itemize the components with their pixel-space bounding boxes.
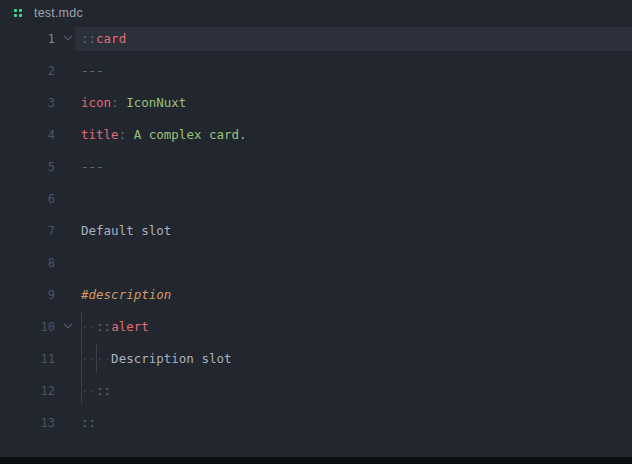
chevron-slot (55, 407, 81, 439)
code-lines: 1::card2---3icon: IconNuxt4title: A comp… (0, 23, 632, 439)
chevron-down-icon (64, 320, 72, 328)
whitespace-dots: ·· (81, 383, 96, 398)
code-line[interactable]: 6 (0, 183, 632, 215)
fold-chevron[interactable] (55, 23, 81, 55)
chevron-slot (55, 215, 81, 247)
line-number[interactable]: 13 (0, 407, 55, 439)
chevron-slot (55, 343, 81, 375)
chevron-slot (55, 375, 81, 407)
line-number[interactable]: 2 (0, 55, 55, 87)
code-line[interactable]: 4title: A complex card. (0, 119, 632, 151)
chevron-slot (55, 183, 81, 215)
code-line[interactable]: 8 (0, 247, 632, 279)
line-number[interactable]: 6 (0, 183, 55, 215)
chevron-slot (55, 247, 81, 279)
line-number[interactable]: 12 (0, 375, 55, 407)
code-token: #description (81, 287, 171, 302)
line-number[interactable]: 1 (0, 23, 55, 55)
line-content[interactable]: :: (81, 407, 632, 439)
line-content[interactable]: --- (81, 55, 632, 87)
chevron-slot (55, 279, 81, 311)
chevron-slot (55, 151, 81, 183)
bottom-bar (0, 457, 632, 464)
code-token: :: (81, 31, 96, 46)
code-line[interactable]: 12··:: (0, 375, 632, 407)
chevron-slot (55, 87, 81, 119)
code-line[interactable]: 10··::alert (0, 311, 632, 343)
line-content[interactable]: Default slot (81, 215, 632, 247)
code-token: card (96, 31, 126, 46)
line-number[interactable]: 9 (0, 279, 55, 311)
tab-filename: test.mdc (34, 6, 83, 20)
code-line[interactable]: 5--- (0, 151, 632, 183)
line-content[interactable] (81, 183, 632, 215)
line-number[interactable]: 7 (0, 215, 55, 247)
indent-guide (81, 312, 82, 404)
code-token: --- (81, 159, 104, 174)
code-line[interactable]: 9#description (0, 279, 632, 311)
code-line[interactable]: 7Default slot (0, 215, 632, 247)
line-number[interactable]: 11 (0, 343, 55, 375)
chevron-slot (55, 119, 81, 151)
chevron-slot (55, 55, 81, 87)
code-token: :: (96, 383, 111, 398)
code-token: icon (81, 95, 111, 110)
line-number[interactable]: 5 (0, 151, 55, 183)
code-token: alert (111, 319, 149, 334)
line-content[interactable]: #description (81, 279, 632, 311)
code-token: Default slot (81, 223, 171, 238)
code-token: --- (81, 63, 104, 78)
line-content[interactable]: ··:: (81, 375, 632, 407)
code-token: :: (81, 415, 96, 430)
line-number[interactable]: 8 (0, 247, 55, 279)
line-number[interactable]: 10 (0, 311, 55, 343)
mdc-file-icon (14, 9, 22, 17)
code-token: : (111, 95, 119, 110)
code-line[interactable]: 1::card (0, 23, 632, 55)
whitespace-dots: ·· (81, 319, 96, 334)
code-token: :: (96, 319, 111, 334)
code-token: Description slot (111, 351, 231, 366)
code-line[interactable]: 13:: (0, 407, 632, 439)
code-line[interactable]: 11····Description slot (0, 343, 632, 375)
code-line[interactable]: 2--- (0, 55, 632, 87)
line-number[interactable]: 3 (0, 87, 55, 119)
line-content[interactable]: ::card (81, 23, 632, 55)
code-token: title (81, 127, 119, 142)
line-number[interactable]: 4 (0, 119, 55, 151)
fold-chevron[interactable] (55, 311, 81, 343)
code-token: A complex card. (126, 127, 246, 142)
code-token: IconNuxt (119, 95, 187, 110)
indent-guide (96, 344, 97, 372)
code-line[interactable]: 3icon: IconNuxt (0, 87, 632, 119)
line-content[interactable]: ··::alert (81, 311, 632, 343)
line-content[interactable]: title: A complex card. (81, 119, 632, 151)
line-content[interactable] (81, 247, 632, 279)
line-content[interactable]: ····Description slot (81, 343, 632, 375)
line-content[interactable]: --- (81, 151, 632, 183)
editor-window: test.mdc 1::card2---3icon: IconNuxt4titl… (0, 0, 632, 464)
line-content[interactable]: icon: IconNuxt (81, 87, 632, 119)
chevron-down-icon (64, 32, 72, 40)
